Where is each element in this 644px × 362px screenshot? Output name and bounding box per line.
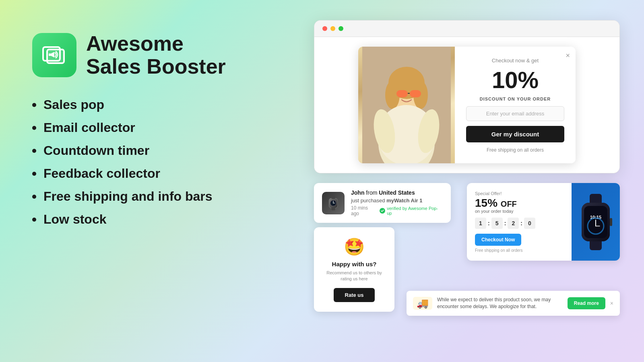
browser-mockup: × Checkout now & get 10% DISCOUNT ON YOU…: [314, 20, 620, 173]
timer-digit-2: 5: [491, 218, 503, 229]
watch-thumbnail: [322, 192, 345, 214]
sales-pop-widget: John from United States just purchased m…: [314, 183, 451, 223]
popup-image: [358, 47, 455, 163]
svg-rect-19: [332, 196, 335, 199]
shipping-icon: 🚚: [413, 297, 432, 310]
sales-pop-info: John from United States just purchased m…: [351, 189, 443, 216]
timer-digit-3: 2: [508, 218, 519, 229]
bullet-icon: [32, 195, 36, 199]
popup-close-button[interactable]: ×: [566, 51, 570, 60]
svg-rect-10: [396, 90, 408, 97]
email-popup-card: × Checkout now & get 10% DISCOUNT ON YOU…: [358, 47, 576, 163]
timer-digit-1: 1: [475, 218, 486, 229]
popup-email-input[interactable]: Enter your email address: [466, 106, 564, 121]
list-item: Low stock: [32, 212, 282, 227]
list-item: Email collector: [32, 120, 282, 135]
bullet-icon: [32, 103, 36, 107]
svg-rect-20: [332, 207, 335, 210]
list-item: Countdown timer: [32, 143, 282, 158]
countdown-watch-icon: 10:15: [578, 194, 614, 250]
bottom-widgets-area: John from United States just purchased m…: [314, 183, 620, 312]
sales-pop-customer: John from United States: [351, 189, 443, 196]
popup-subtitle: Checkout now & get: [466, 58, 564, 64]
feedback-subtitle: Recommend us to others by rating us here: [322, 270, 386, 282]
checkmark-icon: [380, 208, 385, 214]
svg-rect-14: [398, 111, 415, 143]
popup-discount-text: DISCOUNT ON YOUR ORDER: [466, 97, 564, 101]
list-item: Sales pop: [32, 97, 282, 112]
app-title: Awesome Sales Booster: [86, 32, 226, 78]
countdown-watch-image: 10:15: [572, 183, 620, 261]
browser-dot-red: [322, 26, 327, 31]
browser-bar: [314, 21, 619, 37]
popup-woman-image: [358, 47, 455, 163]
timer-colon: :: [520, 220, 522, 226]
rate-us-button[interactable]: Rate us: [334, 288, 375, 302]
feedback-widget: 🤩 Happy with us? Recommend us to others …: [314, 227, 394, 312]
bullet-icon: [32, 126, 36, 130]
popup-percent: 10%: [466, 68, 564, 92]
logo-area: Awesome Sales Booster: [32, 32, 282, 78]
timer-colon: :: [488, 220, 490, 226]
right-section: × Checkout now & get 10% DISCOUNT ON YOU…: [314, 20, 620, 312]
countdown-widget: Special Offer! 15% OFF on your order tod…: [467, 183, 620, 261]
left-section: Awesome Sales Booster Sales pop Email co…: [32, 32, 282, 227]
list-item: Feedback collector: [32, 166, 282, 181]
timer-colon: :: [504, 220, 506, 226]
sales-pop-product: just purchased myWatch Air 1: [351, 197, 443, 204]
watch-icon: [326, 196, 341, 210]
popup-right-content: × Checkout now & get 10% DISCOUNT ON YOU…: [455, 47, 576, 163]
checkout-now-button[interactable]: Checkout Now: [475, 234, 521, 246]
timer-digit-4: 0: [524, 218, 535, 229]
info-bar-widget: 🚚 While we expect to deliver this produc…: [407, 291, 620, 316]
bullet-icon: [32, 172, 36, 176]
features-list: Sales pop Email collector Countdown time…: [32, 97, 282, 227]
app-logo-icon: [40, 41, 69, 70]
info-bar-close-button[interactable]: ×: [610, 300, 613, 306]
feedback-title: Happy with us?: [322, 261, 386, 267]
list-item: Free shipping and info bars: [32, 189, 282, 204]
svg-rect-11: [410, 90, 421, 97]
svg-rect-35: [610, 218, 612, 226]
sales-pop-time: 10 mins ago verified by Awesome Pop-up: [351, 205, 443, 216]
svg-rect-2: [49, 53, 51, 56]
verified-badge: verified by Awesome Pop-up: [380, 206, 443, 216]
info-bar-text: While we expect to deliver this product …: [437, 296, 563, 310]
feedback-emoji: 🤩: [322, 237, 386, 257]
woman-illustration: [362, 47, 451, 163]
browser-dot-yellow: [330, 26, 335, 31]
browser-dot-green: [339, 26, 343, 31]
popup-shipping-text: Free shipping on all orders: [466, 147, 564, 153]
logo-box: [32, 33, 76, 77]
read-more-button[interactable]: Read more: [568, 297, 605, 309]
bullet-icon: [32, 218, 36, 222]
bullet-icon: [32, 149, 36, 153]
browser-content: × Checkout now & get 10% DISCOUNT ON YOU…: [314, 37, 619, 173]
get-discount-button[interactable]: Ger my discount: [466, 126, 564, 142]
